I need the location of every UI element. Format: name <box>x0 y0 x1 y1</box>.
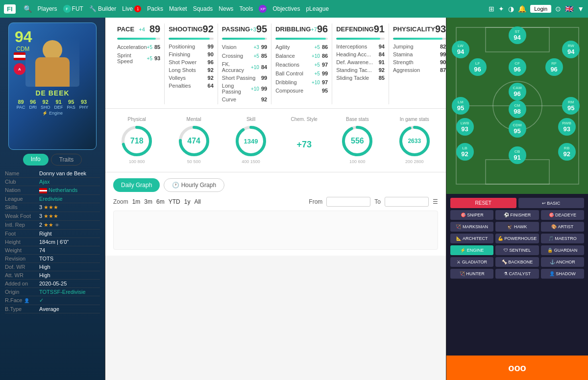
moon-icon[interactable]: ◑ <box>508 5 514 13</box>
right-panel: LW94 ST94 RW94 LF96 RF96 CF96 CAM96 LM95… <box>446 18 588 380</box>
sentinel-button[interactable]: 🛡 SENTINEL <box>495 245 539 255</box>
position-rf[interactable]: RF96 <box>545 58 563 76</box>
nav-pleague[interactable]: pLeague <box>306 5 329 12</box>
position-cb[interactable]: CB91 <box>509 146 526 164</box>
nav-builder[interactable]: 🔧 Builder <box>89 5 116 12</box>
nav-live[interactable]: Live 1 <box>122 5 141 12</box>
position-rm[interactable]: RM95 <box>562 97 580 115</box>
stat-item-penalties: Penalties 64 <box>169 83 214 89</box>
hawk-button[interactable]: 🦅 HAWK <box>495 222 539 232</box>
passing-bar <box>222 38 265 40</box>
hunter-button[interactable]: 🏹 HUNTER <box>450 269 493 279</box>
star-icon[interactable]: ✦ <box>498 5 504 13</box>
shooting-column: SHOOTING 92 Positioning 99 Finishing 90 … <box>165 24 218 104</box>
info-row-name: Name Donny van de Beek <box>5 169 100 178</box>
reset-button[interactable]: RESET <box>450 198 516 208</box>
position-rwb[interactable]: RWB93 <box>558 118 576 136</box>
to-input[interactable] <box>385 197 429 207</box>
stat-item-fkaccuracy: FK. Accuracy +1084 <box>222 61 267 73</box>
position-st[interactable]: ST94 <box>509 26 526 44</box>
stat-item-balance: Balance +1086 <box>275 52 328 59</box>
stat-item-sprint: Sprint Speed +593 <box>117 52 160 64</box>
shadow-button[interactable]: 👤 SHADOW <box>541 269 584 279</box>
hourly-graph-button[interactable]: 🕐 Hourly Graph <box>164 178 224 192</box>
nav-objectives[interactable]: Objectives <box>272 5 300 12</box>
powerhouse-button[interactable]: 💪 POWERHOUSE <box>495 234 539 243</box>
grid-icon[interactable]: ⊞ <box>489 5 494 13</box>
backbone-button[interactable]: 🦴 BACKBONE <box>495 257 539 267</box>
stat-item-shortpassing: Short Passing 99 <box>222 75 267 81</box>
menu-icon[interactable]: ☰ <box>433 198 438 205</box>
position-cdm[interactable]: CDM95 <box>509 120 526 138</box>
nav-market[interactable]: Market <box>169 5 187 12</box>
gladiator-button[interactable]: ⚔ GLADIATOR <box>450 257 493 267</box>
position-rw[interactable]: RW94 <box>562 41 580 58</box>
engine-button[interactable]: ⚡ ENGINE <box>450 245 493 255</box>
anchor-button[interactable]: ⚓ ANCHOR <box>541 257 584 267</box>
guardian-button[interactable]: 🔒 GUARDIAN <box>541 245 584 255</box>
card-stats-row: 89PAC 96DRI 92SHO 91DEF 95PAS 93PHY <box>17 99 89 110</box>
position-lm[interactable]: LM95 <box>452 97 469 115</box>
card-flags: A <box>14 52 25 75</box>
logo: FI <box>4 4 16 14</box>
zoom-1y[interactable]: 1y <box>184 198 191 205</box>
deadeye-button[interactable]: 🎯 DEADEYE <box>541 210 584 220</box>
from-input[interactable] <box>326 197 370 207</box>
stat-item-positioning: Positioning 99 <box>169 44 214 49</box>
sniper-button[interactable]: 🎯 SNIPER <box>450 210 493 220</box>
flag-icon[interactable]: 🇬🇧 <box>565 5 573 13</box>
zoom-1m[interactable]: 1m <box>132 198 141 205</box>
info-row-revision: Revision TOTS <box>5 255 100 263</box>
summary-chemstyle: Chem. Style +73 <box>291 117 317 164</box>
stat-item-ballcontrol: Ball Control +599 <box>275 70 328 77</box>
zoom-ytd[interactable]: YTD <box>169 198 180 205</box>
nav-packs[interactable]: Packs <box>147 5 163 12</box>
position-lb[interactable]: LB92 <box>456 143 474 161</box>
nav-fut[interactable]: F FUT <box>63 5 83 13</box>
nav-tools[interactable]: Tools <box>239 5 253 12</box>
daily-graph-button[interactable]: Daily Graph <box>113 178 160 192</box>
shooting-value: 92 <box>203 24 214 35</box>
physicality-value: 93 <box>435 24 446 35</box>
basic-button[interactable]: ↩ BASIC <box>518 198 585 208</box>
nav-search-icon[interactable]: 🔍 <box>24 5 32 13</box>
ad-banner: ooo <box>446 356 588 380</box>
marksman-button[interactable]: 🏹 MARKSMAN <box>450 222 493 232</box>
dropdown-icon[interactable]: ▼ <box>577 5 584 13</box>
stats-section: PACE +4 89 Acceleration +585 Sprint Spee… <box>105 18 446 108</box>
bell-icon[interactable]: 🔔 <box>518 5 526 13</box>
nav-players[interactable]: Players <box>38 5 57 12</box>
nav-news[interactable]: News <box>219 5 233 12</box>
catalyst-button[interactable]: ⚗ CATALYST <box>495 269 539 279</box>
login-button[interactable]: Login <box>530 5 551 13</box>
tab-info[interactable]: Info <box>23 154 49 166</box>
maestro-button[interactable]: 🎵 MAESTRO <box>541 234 584 243</box>
summary-ingame: In game stats 2633 200 2800 <box>397 117 432 164</box>
architect-button[interactable]: 📐 ARCHITECT <box>450 234 493 243</box>
position-rb[interactable]: RB92 <box>558 143 576 161</box>
artist-button[interactable]: 🎨 ARTIST <box>541 222 584 232</box>
stat-item-reactions: Reactions +597 <box>275 61 328 68</box>
position-cm[interactable]: CM98 <box>509 100 526 118</box>
nav-squads[interactable]: Squads <box>193 5 213 12</box>
finisher-button[interactable]: ⚽ FINISHER <box>495 210 539 220</box>
pace-value: 89 <box>149 24 160 35</box>
position-cf[interactable]: CF96 <box>509 58 526 76</box>
zoom-6m[interactable]: 6m <box>156 198 165 205</box>
position-lw[interactable]: LW94 <box>452 41 469 58</box>
zoom-3m[interactable]: 3m <box>144 198 152 205</box>
position-cam[interactable]: CAM96 <box>509 83 526 100</box>
shooting-label: SHOOTING <box>169 25 202 33</box>
tab-traits[interactable]: Traits <box>51 154 82 166</box>
ad-content: ooo <box>508 362 526 374</box>
graph-buttons: Daily Graph 🕐 Hourly Graph <box>113 178 438 192</box>
summary-physical: Physical 718 100 800 <box>120 117 154 164</box>
player-tabs: Info Traits <box>23 154 82 166</box>
summary-mental: Mental 474 50 500 <box>177 117 211 164</box>
xbox-icon[interactable]: ⊙ <box>555 5 561 13</box>
defending-column: DEFENDING 91 Interceptions 94 Heading Ac… <box>332 24 389 104</box>
info-row-attwr: Att. WR High <box>5 271 100 280</box>
position-lf[interactable]: LF96 <box>469 58 487 76</box>
zoom-all[interactable]: All <box>194 198 200 205</box>
position-lwb[interactable]: LWB93 <box>456 118 474 136</box>
